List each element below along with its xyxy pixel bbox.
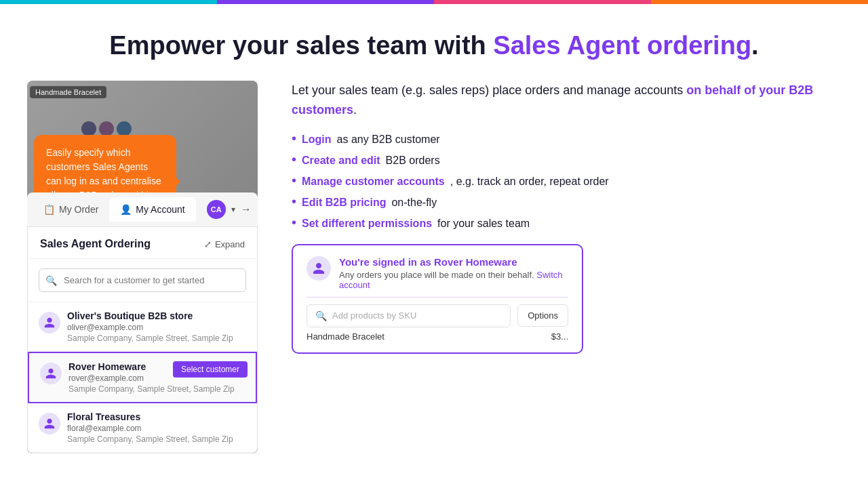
arrow-icon[interactable]: → xyxy=(241,203,252,216)
feature-rest-manage: , e.g. track an order, repeat order xyxy=(450,176,609,188)
nav-tabs: 📋 My Order 👤 My Account CA ▾ → xyxy=(27,192,258,226)
tab-my-order-label: My Order xyxy=(59,204,98,215)
description-end: . xyxy=(353,103,357,117)
customer-avatar-3 xyxy=(39,413,60,434)
sku-placeholder: Add products by SKU xyxy=(332,310,416,321)
customer-email-3: floral@example.com xyxy=(67,424,246,433)
right-panel: Let your sales team (e.g. sales reps) pl… xyxy=(285,81,841,453)
customer-info-3: Floral Treasures floral@example.com Samp… xyxy=(67,411,246,444)
product-row: Handmade Bracelet $3... xyxy=(307,331,568,342)
person-icon xyxy=(43,317,56,329)
feature-item-manage: Manage customer accounts, e.g. track an … xyxy=(292,173,841,188)
page-header: Empower your sales team with Sales Agent… xyxy=(0,4,868,81)
customer-item-selected[interactable]: Rover Homeware rover@example.com Sample … xyxy=(28,352,257,403)
signed-in-subtitle-text: Any orders you place will be made on the… xyxy=(339,270,534,280)
customer-avatar xyxy=(39,312,60,333)
customer-company: Sample Company, Sample Street, Sample Zi… xyxy=(67,333,246,343)
expand-icon: ⤢ xyxy=(204,239,212,249)
feature-item-create: Create and edit B2B orders xyxy=(292,152,841,167)
tab-my-order[interactable]: 📋 My Order xyxy=(33,197,109,222)
customer-avatar-2 xyxy=(40,363,62,384)
feature-rest-login: as any B2B customer xyxy=(337,134,440,146)
signed-in-header: You're signed in as Rover Homeware Any o… xyxy=(307,256,568,290)
product-label: Handmade Bracelet xyxy=(307,331,384,342)
feature-rest-pricing: on-the-fly xyxy=(391,197,437,209)
description-paragraph: Let your sales team (e.g. sales reps) pl… xyxy=(292,81,841,120)
feature-link-login: Login xyxy=(302,134,332,146)
customer-company-3: Sample Company, Sample Street, Sample Zi… xyxy=(67,434,246,444)
customer-item-3[interactable]: Floral Treasures floral@example.com Samp… xyxy=(28,403,257,453)
chevron-down-icon: ▾ xyxy=(231,205,235,214)
tab-container: 📋 My Order 👤 My Account CA ▾ → Sales Age… xyxy=(27,192,258,453)
person-icon-2 xyxy=(45,367,57,380)
left-panel: Handmade Bracelet Easily specify which c… xyxy=(27,81,258,453)
sku-row: 🔍 Add products by SKU Options xyxy=(307,304,568,327)
tab-my-account-label: My Account xyxy=(136,204,184,215)
search-sku-icon: 🔍 xyxy=(315,310,327,321)
avatar: CA xyxy=(207,200,226,219)
tab-my-account[interactable]: 👤 My Account xyxy=(109,197,195,222)
feature-item-permissions: Set different permissions for your sales… xyxy=(292,215,841,230)
feature-link-manage: Manage customer accounts xyxy=(302,176,445,188)
feature-item-login: Login as any B2B customer xyxy=(292,131,841,146)
customer-item[interactable]: Oliver's Boutique B2B store oliver@examp… xyxy=(28,302,257,352)
customer-name-3: Floral Treasures xyxy=(67,411,246,422)
main-layout: Handmade Bracelet Easily specify which c… xyxy=(0,81,868,453)
feature-list: Login as any B2B customer Create and edi… xyxy=(292,131,841,230)
title-accent: Sales Agent ordering xyxy=(493,31,751,60)
customer-company-2: Sample Company, Sample Street, Sample Zi… xyxy=(68,384,245,394)
handmade-badge: Handmade Bracelet xyxy=(30,86,106,98)
title-end: . xyxy=(751,31,759,60)
signed-in-title: You're signed in as Rover Homeware xyxy=(339,256,568,268)
person-filled-icon xyxy=(312,262,326,275)
agent-panel-header: Sales Agent Ordering ⤢ Expand xyxy=(28,227,257,259)
signed-in-divider xyxy=(307,297,568,298)
signed-in-subtitle: Any orders you place will be made on the… xyxy=(339,270,568,290)
feature-rest-create: B2B orders xyxy=(386,155,440,167)
product-price: $3... xyxy=(551,331,568,342)
search-icon: 🔍 xyxy=(45,275,57,286)
expand-button[interactable]: ⤢ Expand xyxy=(204,239,245,249)
feature-item-pricing: Edit B2B pricing on-the-fly xyxy=(292,194,841,209)
signed-in-card: You're signed in as Rover Homeware Any o… xyxy=(292,244,583,354)
sku-input-wrap[interactable]: 🔍 Add products by SKU xyxy=(307,304,511,327)
feature-link-pricing: Edit B2B pricing xyxy=(302,197,386,209)
select-customer-button[interactable]: Select customer xyxy=(173,361,248,378)
person-icon-3 xyxy=(43,418,56,430)
signed-in-avatar-icon xyxy=(307,256,331,281)
agent-panel-title: Sales Agent Ordering xyxy=(40,238,151,250)
customer-search-input[interactable] xyxy=(39,268,246,292)
tab-avatar-area[interactable]: CA ▾ → xyxy=(196,193,258,226)
description-text-1: Let your sales team (e.g. sales reps) pl… xyxy=(292,83,686,97)
feature-link-create: Create and edit xyxy=(302,155,380,167)
expand-label: Expand xyxy=(215,239,245,249)
agent-panel: Sales Agent Ordering ⤢ Expand 🔍 xyxy=(27,226,258,453)
search-box: 🔍 xyxy=(39,268,246,292)
customer-name: Oliver's Boutique B2B store xyxy=(67,310,246,321)
signed-in-text: You're signed in as Rover Homeware Any o… xyxy=(339,256,568,290)
customer-email: oliver@example.com xyxy=(67,323,246,332)
feature-link-permissions: Set different permissions xyxy=(302,218,432,230)
options-button[interactable]: Options xyxy=(517,304,568,327)
feature-rest-permissions: for your sales team xyxy=(437,218,530,230)
page-title: Empower your sales team with Sales Agent… xyxy=(14,31,854,60)
title-normal: Empower your sales team with xyxy=(109,31,493,60)
account-icon: 👤 xyxy=(120,204,132,215)
customer-list: Oliver's Boutique B2B store oliver@examp… xyxy=(28,302,257,453)
customer-info: Oliver's Boutique B2B store oliver@examp… xyxy=(67,310,246,343)
order-icon: 📋 xyxy=(43,204,55,215)
